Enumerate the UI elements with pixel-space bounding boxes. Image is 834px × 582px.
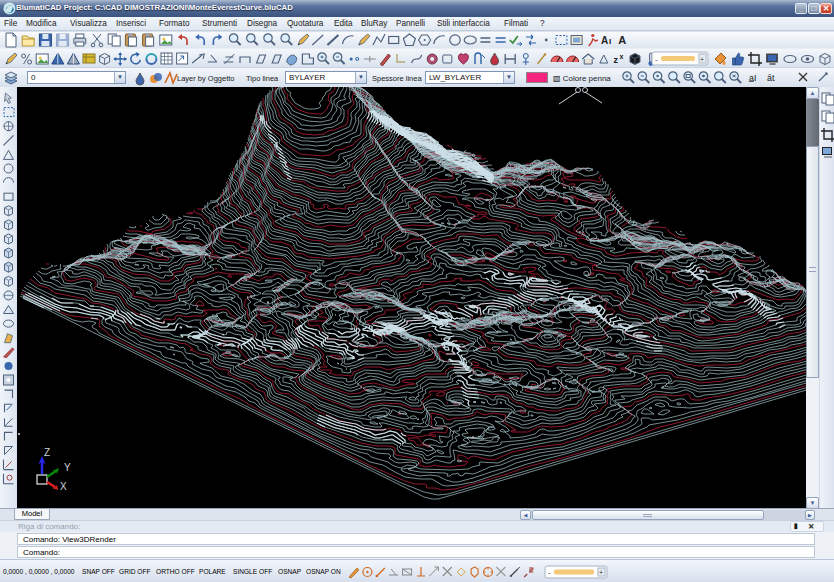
svg-text:-: - <box>655 55 658 64</box>
svg-text:ȃt: ȃt <box>767 73 775 83</box>
svg-text:a̲I: a̲I <box>748 73 756 83</box>
svg-text:Z: Z <box>44 447 50 458</box>
svg-text:z: z <box>613 55 618 65</box>
svg-text:+: + <box>700 56 704 63</box>
svg-text:Y: Y <box>64 462 71 473</box>
svg-text:A: A <box>601 35 608 46</box>
svg-text:X: X <box>60 481 67 492</box>
svg-text:I: I <box>609 37 611 46</box>
svg-text:+: + <box>599 569 603 576</box>
svg-text:x: x <box>619 53 623 60</box>
svg-text:-: - <box>548 568 551 577</box>
svg-text:A: A <box>618 34 626 46</box>
